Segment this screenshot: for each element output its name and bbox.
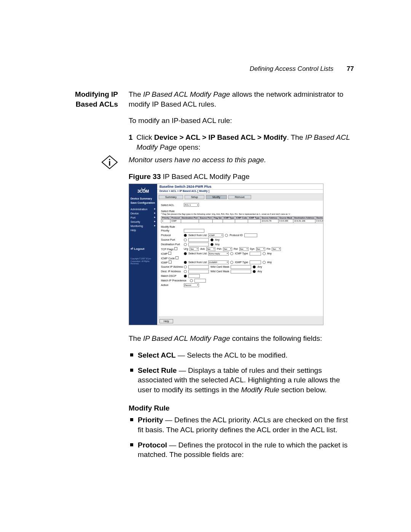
dest-port-radio[interactable] bbox=[184, 243, 187, 246]
match-dscp-input[interactable] bbox=[188, 274, 200, 278]
product-title: Baseline Switch 2924-PWR Plus bbox=[157, 184, 323, 190]
running-header: Defining Access Control Lists 77 bbox=[250, 65, 354, 73]
list-item: Priority — Defines the ACL priority. ACL… bbox=[129, 415, 354, 435]
psh-select[interactable]: Set bbox=[223, 247, 232, 251]
modify-rule-heading: Modify Rule bbox=[129, 403, 354, 413]
priority-input[interactable] bbox=[184, 229, 204, 233]
igmp-list-radio[interactable] bbox=[184, 261, 187, 264]
icmp-type-radio[interactable] bbox=[230, 252, 233, 255]
syn-select[interactable]: Set bbox=[256, 247, 265, 251]
screenshot-sidebar: ◡ 3COM Device Summary Save Configuration… bbox=[129, 184, 157, 325]
icmp-label: ICMP bbox=[161, 252, 182, 255]
help-button[interactable]: Help bbox=[159, 319, 173, 323]
dst-ip-any-radio[interactable] bbox=[253, 270, 256, 273]
sidebar-item-help[interactable]: Help bbox=[131, 228, 156, 232]
select-rule-label: Select Rule bbox=[161, 210, 323, 212]
icmp-any-radio[interactable] bbox=[263, 252, 266, 255]
sidebar-item-save-config[interactable]: Save Configuration bbox=[131, 201, 156, 205]
sidebar-item-port[interactable]: Port bbox=[131, 216, 156, 220]
match-dscp-radio[interactable] bbox=[184, 275, 187, 278]
source-port-any-radio[interactable] bbox=[210, 238, 213, 241]
src-ip-input[interactable] bbox=[188, 265, 209, 269]
tab-remove[interactable]: Remove bbox=[228, 195, 251, 199]
src-ip-label: Source IP Address bbox=[161, 265, 182, 268]
logout-button[interactable]: ⏎ Logout bbox=[131, 248, 156, 251]
list-item: Select ACL — Selects the ACL to be modif… bbox=[129, 350, 354, 360]
info-icon bbox=[101, 155, 118, 169]
igmp-select[interactable]: DVMRP bbox=[208, 260, 229, 264]
protocol-id-radio[interactable] bbox=[225, 234, 228, 237]
icmp-select[interactable]: Echo-reply bbox=[208, 252, 229, 256]
tcp-flags-label: TCP Flags bbox=[161, 247, 182, 251]
copyright-text: Copyright © 2007 3Com Corporation. All R… bbox=[131, 257, 156, 265]
figure-caption: Figure 33 IP Based ACL Modify Page bbox=[129, 172, 354, 182]
src-ip-radio[interactable] bbox=[184, 265, 187, 268]
match-ipprec-label: Match IP Precedence bbox=[161, 279, 188, 282]
tab-setup[interactable]: Setup bbox=[185, 195, 204, 199]
intro-paragraph-1: The IP Based ACL Modify Page allows the … bbox=[129, 89, 354, 109]
icmp-list-radio[interactable] bbox=[184, 252, 187, 255]
action-label: Action bbox=[161, 284, 182, 286]
fin-select[interactable]: Set bbox=[272, 247, 281, 251]
src-mask-input[interactable] bbox=[231, 265, 251, 269]
rst-select[interactable]: Set bbox=[239, 247, 249, 251]
tab-bar: Summary Setup Modify Remove bbox=[157, 194, 323, 199]
breadcrumb: Device > ACL > IP Based ACL [ Modify ] bbox=[157, 190, 323, 194]
list-item: Select Rule — Displays a table of rules … bbox=[129, 366, 354, 395]
tab-modify[interactable]: Modify bbox=[206, 195, 227, 199]
igmp-checkbox[interactable] bbox=[169, 260, 172, 264]
igmp-type-input[interactable] bbox=[250, 260, 261, 264]
dst-mask-input[interactable] bbox=[231, 270, 251, 273]
action-select[interactable]: Permit bbox=[184, 283, 199, 287]
list-item: Protocol — Defines the protocol in the r… bbox=[129, 440, 354, 460]
sidebar-item-security[interactable]: Security bbox=[131, 220, 156, 224]
tcp-flags-checkbox[interactable] bbox=[174, 247, 177, 250]
dest-port-input[interactable] bbox=[188, 243, 209, 246]
dest-port-any-radio[interactable] bbox=[210, 243, 213, 246]
igmp-any-radio[interactable] bbox=[263, 261, 266, 264]
ack-select[interactable]: Set bbox=[206, 247, 215, 251]
match-ipprec-radio[interactable] bbox=[190, 279, 193, 282]
step-1: 1 Click Device > ACL > IP Based ACL > Mo… bbox=[129, 133, 354, 152]
dst-ip-label: Dest. IP Address bbox=[161, 270, 182, 273]
src-ip-any-radio[interactable] bbox=[253, 265, 256, 268]
icmp-code-checkbox[interactable] bbox=[175, 256, 178, 259]
icmp-checkbox[interactable] bbox=[168, 252, 171, 255]
field-bullet-list: Select ACL — Selects the ACL to be modif… bbox=[129, 350, 354, 395]
dst-ip-radio[interactable] bbox=[184, 270, 187, 273]
source-port-radio[interactable] bbox=[184, 238, 187, 241]
post-lead: The IP Based ACL Modify Page contains th… bbox=[129, 334, 354, 343]
sidebar-item-device-summary[interactable]: Device Summary bbox=[131, 197, 156, 201]
rules-table: Priority Protocol Destination Port Sourc… bbox=[161, 216, 323, 223]
icmp-type-input[interactable] bbox=[250, 252, 261, 256]
protocol-list-radio[interactable] bbox=[184, 234, 187, 237]
select-acl-dropdown[interactable]: ACL 1 bbox=[184, 203, 199, 207]
select-acl-label: Select ACL bbox=[161, 204, 182, 206]
page-number: 77 bbox=[347, 65, 354, 72]
match-dscp-label: Match DSCP bbox=[161, 275, 182, 277]
sidebar-item-administration[interactable]: Administration bbox=[131, 207, 156, 211]
protocol-select[interactable]: ICMP bbox=[208, 233, 223, 237]
protocol-id-input[interactable] bbox=[244, 233, 257, 237]
urg-select[interactable]: Set bbox=[190, 247, 199, 251]
dest-port-label: Destination Port bbox=[161, 243, 182, 246]
section-heading: Modifying IP Based ACLs bbox=[57, 89, 118, 155]
protocol-label: Protocol bbox=[161, 234, 182, 236]
table-row[interactable]: 1 ICMP 10.6.41.79 0.0.0.255 bbox=[161, 220, 324, 223]
sidebar-item-monitoring[interactable]: Monitoring bbox=[131, 224, 156, 228]
running-title: Defining Access Control Lists bbox=[250, 65, 333, 72]
svg-point-1 bbox=[109, 159, 110, 160]
igmp-label: IGMP bbox=[161, 260, 182, 264]
igmp-type-radio[interactable] bbox=[230, 261, 233, 264]
monitor-note: Monitor users have no access to this pag… bbox=[129, 155, 354, 165]
source-port-input[interactable] bbox=[188, 238, 209, 242]
logo-icon: ◡ 3COM bbox=[131, 186, 156, 193]
embedded-screenshot: ◡ 3COM Device Summary Save Configuration… bbox=[129, 184, 323, 325]
icmp-code-label: ICMP Code bbox=[161, 256, 182, 260]
tab-summary[interactable]: Summary bbox=[159, 195, 183, 199]
modify-rule-bullet-list: Priority — Defines the ACL priority. ACL… bbox=[129, 415, 354, 460]
match-ipprec-input[interactable] bbox=[194, 279, 206, 283]
sidebar-item-device[interactable]: Device bbox=[131, 211, 156, 216]
intro-paragraph-2: To modify an IP-based ACL rule: bbox=[129, 116, 354, 126]
dst-ip-input[interactable] bbox=[188, 270, 209, 273]
